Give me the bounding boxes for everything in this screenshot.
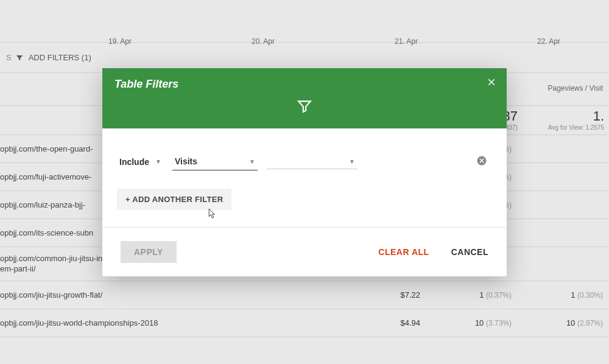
row-cell-price: $4.94 <box>347 318 420 327</box>
clear-all-button[interactable]: CLEAR ALL <box>378 247 429 257</box>
modal-body: Include ▼ Visits ▼ ▼ + ADD ANOTHER FILTE… <box>102 128 507 227</box>
apply-button[interactable]: APPLY <box>121 241 177 263</box>
column-header-pageviews-visit[interactable]: Pageviews / Visit <box>548 84 604 93</box>
remove-icon <box>476 155 487 166</box>
modal-title: Table Filters <box>114 78 495 91</box>
metric-dropdown[interactable]: Visits ▼ <box>172 153 258 170</box>
chevron-down-icon: ▼ <box>249 158 255 165</box>
condition-dropdown[interactable]: ▼ <box>266 155 357 169</box>
include-label: Include <box>119 157 149 167</box>
filter-icon-large <box>114 98 495 116</box>
table-filters-modal: Table Filters Include ▼ Visits ▼ ▼ <box>102 68 507 276</box>
timeline-tick: 20. Apr <box>252 37 275 46</box>
table-row[interactable]: opbjj.com/jiu-jitsu-growth-flat/$7.221 (… <box>0 281 609 309</box>
filter-icon <box>15 54 24 62</box>
cancel-button[interactable]: CANCEL <box>451 247 488 257</box>
close-button[interactable] <box>486 77 498 89</box>
row-url: opbjj.com/jiu-jitsu-world-championships-… <box>0 318 347 327</box>
remove-filter-button[interactable] <box>476 155 488 167</box>
summary-sub-2: Avg for View: 1.2575 <box>548 124 604 131</box>
close-icon <box>486 77 497 88</box>
chevron-down-icon: ▼ <box>349 158 355 165</box>
chevron-down-icon: ▼ <box>155 158 161 165</box>
row-cell-price: $7.22 <box>347 290 420 299</box>
include-dropdown[interactable]: Include ▼ <box>117 153 164 170</box>
timeline-tick: 19. Apr <box>108 37 132 46</box>
modal-footer: APPLY CLEAR ALL CANCEL <box>102 227 507 276</box>
add-another-filter-button[interactable]: + ADD ANOTHER FILTER <box>117 189 231 210</box>
row-cell-visits: 10 (3.73%) <box>420 318 512 327</box>
table-row[interactable]: opbjj.com/jiu-jitsu-world-championships-… <box>0 309 609 337</box>
timeline-axis: 19. Apr 20. Apr 21. Apr 22. Apr <box>0 0 609 43</box>
row-cell-pageviews: 1 (0.30%) <box>512 290 603 299</box>
timeline-tick: 22. Apr <box>537 37 560 46</box>
row-cell-pageviews: 10 (2.97%) <box>512 318 603 327</box>
row-cell-visits: 1 (0.37%) <box>420 290 512 299</box>
metric-label: Visits <box>175 156 197 166</box>
summary-sub-1: 337) <box>505 124 518 131</box>
summary-value-2: 1. <box>593 108 604 124</box>
row-url: opbjj.com/jiu-jitsu-growth-flat/ <box>0 290 347 299</box>
modal-header: Table Filters <box>102 68 507 128</box>
filter-row: Include ▼ Visits ▼ ▼ <box>117 153 488 170</box>
timeline-tick: 21. Apr <box>395 37 418 46</box>
add-filters-label: ADD FILTERS (1) <box>29 53 91 62</box>
